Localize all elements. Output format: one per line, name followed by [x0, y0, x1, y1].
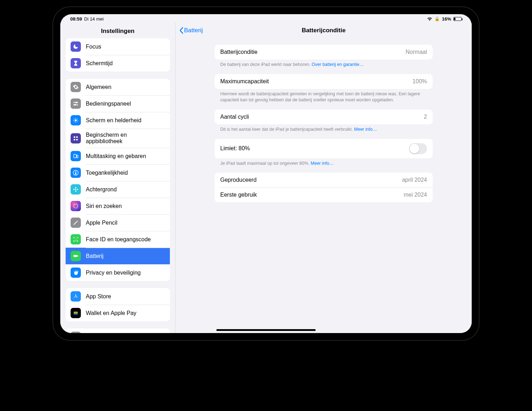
- sidebar-item-label: Achtergrond: [86, 186, 117, 193]
- status-time: 08:59: [70, 16, 82, 22]
- gear-icon: [71, 82, 81, 92]
- status-battery-text: 16%: [442, 16, 451, 22]
- sidebar-item-siri[interactable]: Siri en zoeken: [66, 198, 170, 214]
- svg-point-4: [75, 119, 77, 122]
- sidebar-group-passwords: Wachtwoorden: [66, 328, 170, 333]
- flower-icon: [71, 184, 81, 195]
- svg-rect-16: [76, 139, 78, 140]
- footer-limit: Je iPad laadt maximaal op tot ongeveer 8…: [215, 158, 433, 167]
- svg-rect-15: [74, 139, 75, 140]
- svg-point-23: [75, 191, 77, 192]
- svg-line-10: [77, 122, 77, 122]
- row-capacity: Maximumcapaciteit 100%: [215, 74, 433, 89]
- sidebar-item-home[interactable]: Beginscherm en appbibliotheek: [66, 129, 170, 148]
- link-limit-more[interactable]: Meer info…: [311, 161, 334, 166]
- sidebar-item-label: Focus: [86, 44, 101, 50]
- screen: 08:59 Di 14 mei 🔒 16% Instellingen: [60, 14, 472, 333]
- sidebar-item-label: Toegankelijkheid: [86, 170, 128, 176]
- limit-toggle[interactable]: [409, 143, 427, 154]
- sidebar-item-appstore[interactable]: App Store: [66, 288, 170, 305]
- sidebar-item-wallpaper[interactable]: Achtergrond: [66, 181, 170, 198]
- row-label: Eerste gebruik: [220, 192, 257, 198]
- row-cycles: Aantal cycli 2: [215, 109, 433, 124]
- svg-point-25: [77, 189, 78, 190]
- hand-icon: [71, 268, 81, 278]
- battery-icon: [71, 251, 81, 261]
- sidebar-item-screentime[interactable]: Schermtijd: [66, 55, 170, 72]
- sidebar-item-faceid[interactable]: Face ID en toegangscode: [66, 231, 170, 248]
- row-label: Batterijconditie: [220, 49, 257, 55]
- sidebar-item-passwords[interactable]: Wachtwoorden: [66, 328, 170, 333]
- section-condition: Batterijconditie Normaal De batterij van…: [215, 45, 433, 68]
- section-cycles: Aantal cycli 2 Dit is het aantal keer da…: [215, 109, 433, 133]
- sidebar-item-pencil[interactable]: Apple Pencil: [66, 214, 170, 231]
- rotation-lock-icon: 🔒: [434, 16, 440, 21]
- sidebar-item-label: Privacy en beveiliging: [86, 270, 141, 276]
- link-warranty[interactable]: Over batterij en garantie…: [312, 62, 364, 67]
- sidebar-group-attention: Focus Schermtijd: [66, 38, 170, 72]
- svg-point-3: [76, 104, 77, 105]
- sidebar-item-battery[interactable]: Batterij: [66, 248, 170, 264]
- sidebar-item-focus[interactable]: Focus: [66, 38, 170, 55]
- svg-rect-14: [76, 136, 78, 137]
- svg-point-24: [73, 189, 75, 190]
- link-cycles-more[interactable]: Meer info…: [354, 127, 377, 132]
- switches-icon: [71, 98, 81, 109]
- sidebar-item-control-center[interactable]: Bedieningspaneel: [66, 95, 170, 112]
- key-icon: [71, 332, 81, 333]
- svg-rect-0: [73, 102, 78, 103]
- status-date: Di 14 mei: [84, 16, 104, 22]
- wallet-icon: [71, 308, 81, 318]
- svg-point-27: [75, 238, 75, 239]
- sidebar-item-label: Face ID en toegangscode: [86, 236, 151, 243]
- svg-line-12: [77, 118, 77, 119]
- sidebar-item-accessibility[interactable]: Toegankelijkheid: [66, 164, 170, 181]
- footer-capacity: Hiermee wordt de batterijcapaciteit geme…: [215, 89, 433, 103]
- section-capacity: Maximumcapaciteit 100% Hiermee wordt de …: [215, 74, 433, 103]
- sidebar-item-privacy[interactable]: Privacy en beveiliging: [66, 264, 170, 281]
- row-value: april 2024: [402, 177, 427, 183]
- svg-rect-34: [74, 314, 78, 315]
- sidebar-item-label: Schermtijd: [86, 60, 113, 67]
- sidebar-item-label: Apple Pencil: [86, 220, 117, 226]
- sidebar-group-general: Algemeen Bedieningspaneel Scherm en held…: [66, 79, 170, 281]
- page-title: Batterijconditie: [176, 27, 472, 34]
- footer-condition: De batterij van deze iPad werkt naar beh…: [215, 60, 433, 68]
- detail-pane: Batterij Batterijconditie Batterijcondit…: [176, 23, 472, 333]
- svg-point-26: [74, 204, 78, 208]
- svg-rect-29: [73, 255, 77, 257]
- svg-point-28: [76, 238, 77, 239]
- accessibility-icon: [71, 168, 81, 178]
- sidebar-item-label: Batterij: [86, 253, 104, 259]
- sidebar-item-label: Wallet en Apple Pay: [86, 310, 137, 316]
- svg-line-11: [74, 122, 74, 122]
- row-label: Aantal cycli: [220, 114, 249, 120]
- sidebar-item-wallet[interactable]: Wallet en Apple Pay: [66, 305, 170, 321]
- sidebar-item-label: Siri en zoeken: [86, 203, 122, 209]
- row-value: mei 2024: [404, 192, 427, 198]
- sidebar-item-multitasking[interactable]: Multitasking en gebaren: [66, 148, 170, 164]
- sidebar-item-display[interactable]: Scherm en helderheid: [66, 112, 170, 129]
- sidebar-item-label: App Store: [86, 293, 111, 300]
- svg-point-2: [74, 102, 75, 103]
- svg-point-22: [75, 187, 77, 188]
- hourglass-icon: [71, 58, 81, 68]
- sidebar-item-label: Scherm en helderheid: [86, 117, 142, 124]
- svg-point-20: [75, 171, 76, 172]
- chevron-left-icon: [179, 27, 183, 34]
- grid-icon: [71, 133, 81, 143]
- multitask-icon: [71, 151, 81, 161]
- row-value: 100%: [412, 78, 427, 85]
- sidebar-item-label: Bedieningspaneel: [86, 101, 131, 107]
- svg-rect-18: [77, 155, 78, 158]
- sidebar-item-label: Multitasking en gebaren: [86, 153, 146, 159]
- back-button[interactable]: Batterij: [179, 27, 203, 34]
- sidebar-item-general[interactable]: Algemeen: [66, 79, 170, 95]
- svg-rect-30: [78, 255, 78, 257]
- row-limit: Limiet: 80%: [215, 139, 433, 158]
- home-indicator[interactable]: [216, 329, 316, 331]
- status-bar: 08:59 Di 14 mei 🔒 16%: [60, 14, 472, 23]
- row-label: Geproduceerd: [220, 177, 256, 183]
- row-label: Limiet: 80%: [220, 145, 250, 152]
- svg-rect-13: [74, 136, 75, 137]
